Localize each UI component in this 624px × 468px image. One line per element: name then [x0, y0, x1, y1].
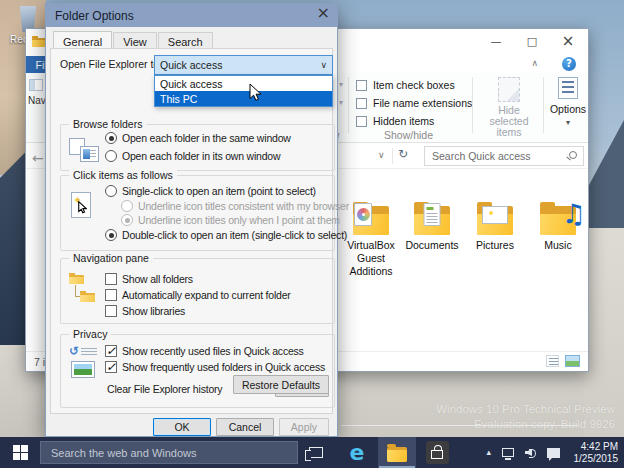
ok-button[interactable]: OK [153, 418, 211, 436]
desktop: Rec Windows 10 Pro Technical Preview Eva… [0, 0, 624, 468]
mouse-cursor [249, 83, 262, 104]
ribbon-checkbox-hidden-items[interactable]: Hidden items [356, 115, 434, 127]
folder-item-music[interactable]: Music [525, 202, 591, 252]
volume-icon[interactable] [525, 447, 536, 458]
navigation-pane-icon[interactable] [29, 79, 43, 91]
minimize-icon [491, 36, 502, 47]
hide-selected-items-button[interactable]: Hide selected items [478, 75, 540, 138]
document-page-icon [424, 203, 441, 226]
options-button[interactable]: Options [546, 75, 590, 127]
radio-double-click[interactable]: Double-click to open an item (single-cli… [105, 229, 347, 241]
cursor-glyph [78, 201, 87, 214]
picture-icon [482, 206, 508, 224]
checkbox-show-libraries[interactable]: Show libraries [105, 305, 185, 317]
thumbnail-view-icon[interactable] [565, 355, 580, 367]
internet-explorer-icon [350, 442, 365, 464]
checkbox-icon[interactable] [105, 305, 117, 317]
dropdown-option-quick-access[interactable]: Quick access [155, 76, 332, 91]
open-to-combobox[interactable]: Quick access [154, 55, 333, 75]
back-icon[interactable] [32, 151, 44, 165]
cancel-button[interactable]: Cancel [216, 418, 274, 436]
options-label: Options [546, 103, 590, 115]
help-button[interactable] [562, 57, 576, 71]
checkbox-label: Show recently used files in Quick access [122, 345, 304, 357]
group-browse-folders: Browse folders Open each folder in the s… [60, 124, 335, 171]
taskbar-clock[interactable]: 4:42 PM 1/25/2015 [574, 441, 619, 465]
close-button[interactable] [550, 29, 586, 53]
taskbar-search-input[interactable] [41, 442, 297, 463]
folder-options-dialog: Folder Options General View Search Open … [45, 3, 338, 437]
radio-own-window[interactable]: Open each folder in its own window [105, 150, 280, 162]
close-icon [562, 34, 575, 49]
maximize-button[interactable] [514, 29, 550, 53]
hide-selected-items-label: Hide selected [478, 105, 540, 127]
start-button[interactable] [0, 437, 40, 468]
folder-item-documents[interactable]: Documents [399, 202, 465, 252]
checkbox-icon[interactable] [356, 98, 367, 109]
help-icon [566, 59, 572, 69]
dropdown-option-this-pc[interactable]: This PC [155, 91, 332, 106]
task-view-icon [309, 447, 323, 458]
radio-icon[interactable] [105, 229, 117, 241]
radio-icon[interactable] [105, 132, 117, 144]
store-button[interactable] [420, 437, 454, 468]
windows-logo-icon [13, 445, 28, 460]
checkbox-frequent-folders[interactable]: Show frequently used folders in Quick ac… [105, 361, 325, 373]
checkbox-icon[interactable] [356, 80, 367, 91]
group-title: Navigation pane [69, 252, 153, 264]
collapse-ribbon-icon[interactable] [531, 59, 538, 68]
radio-icon[interactable] [105, 150, 117, 162]
action-center-icon[interactable] [547, 448, 560, 458]
group-title: Click items as follows [69, 169, 177, 181]
file-explorer-taskbar-button[interactable] [378, 437, 416, 468]
checkbox-icon[interactable] [105, 289, 117, 301]
address-separator [392, 148, 393, 164]
checkbox-icon[interactable] [105, 361, 117, 373]
folder-icon [475, 202, 515, 235]
radio-label: Open each folder in its own window [122, 150, 280, 162]
explorer-app-icon [32, 36, 46, 47]
internet-explorer-button[interactable] [340, 437, 374, 468]
explorer-search-input[interactable] [425, 147, 583, 165]
folder-item-virtualbox[interactable]: VirtualBox Guest Additions [338, 202, 404, 278]
privacy-icon [69, 347, 101, 385]
open-file-explorer-to-label: Open File Explorer to: [60, 58, 162, 70]
refresh-icon[interactable] [398, 148, 408, 160]
details-view-icon[interactable] [546, 355, 559, 367]
chevron-down-icon [566, 119, 570, 127]
taskbar-search-box[interactable] [40, 441, 298, 464]
taskbar: 4:42 PM 1/25/2015 [0, 437, 624, 468]
checkbox-label: Show libraries [122, 305, 185, 317]
checkbox-icon[interactable] [356, 116, 367, 127]
clear-history-label: Clear File Explorer history [107, 383, 222, 395]
hide-selected-items-label2: items [478, 127, 540, 138]
folder-item-pictures[interactable]: Pictures [462, 202, 528, 252]
radio-single-click[interactable]: Single-click to open an item (point to s… [105, 185, 316, 197]
apply-button: Apply [279, 418, 329, 436]
dialog-titlebar[interactable]: Folder Options [46, 4, 337, 27]
evaluation-watermark: Windows 10 Pro Technical Preview Evaluat… [436, 402, 615, 432]
checkbox-show-all-folders[interactable]: Show all folders [105, 273, 193, 285]
checkbox-recent-files[interactable]: Show recently used files in Quick access [105, 345, 304, 357]
group-title: Browse folders [69, 118, 146, 130]
content-section-divider [341, 425, 578, 426]
checkbox-auto-expand[interactable]: Automatically expand to current folder [105, 289, 291, 301]
folder-icon [412, 202, 452, 235]
checkbox-icon[interactable] [105, 345, 117, 357]
dialog-close-icon[interactable] [317, 5, 330, 21]
task-view-button[interactable] [302, 437, 330, 468]
minimize-button[interactable] [478, 29, 514, 53]
combobox-chevron-icon [320, 61, 327, 70]
checkbox-icon[interactable] [105, 273, 117, 285]
music-note-icon [562, 200, 586, 227]
restore-defaults-button[interactable]: Restore Defaults [233, 375, 329, 394]
show-hidden-icons-button[interactable] [486, 448, 491, 457]
address-dropdown-icon[interactable] [378, 151, 385, 160]
network-icon[interactable] [502, 448, 514, 457]
radio-same-window[interactable]: Open each folder in the same window [105, 132, 291, 144]
radio-icon[interactable] [105, 185, 117, 197]
ribbon-checkbox-file-name-extensions[interactable]: File name extensions [356, 97, 472, 109]
quick-access-toolbar[interactable] [32, 36, 46, 47]
ribbon-checkbox-item-check-boxes[interactable]: Item check boxes [356, 79, 455, 91]
explorer-search-box[interactable] [424, 146, 584, 166]
